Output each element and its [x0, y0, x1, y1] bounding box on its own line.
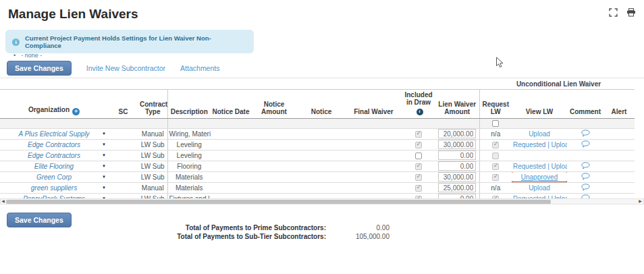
lien-waiver-amount-input[interactable]: [438, 150, 476, 160]
sc-cell: [108, 182, 138, 193]
notice-cell: [297, 128, 346, 139]
included-in-draw-checkbox[interactable]: [415, 153, 422, 159]
alert-cell: [603, 171, 635, 182]
sc-cell: [108, 150, 138, 161]
requested-link[interactable]: Requested: [513, 141, 545, 148]
request-lw-checkbox: [492, 163, 499, 170]
included-in-draw-cell: [402, 161, 435, 171]
notice-amount-cell: [251, 182, 297, 193]
group-header-unconditional-lien-waiver: Unconditional Lien Waiver: [479, 80, 638, 88]
comment-cell: [567, 182, 603, 193]
organization-link[interactable]: green suppliers: [31, 184, 77, 192]
column-header-notice-date: Notice Date: [211, 90, 251, 119]
sc-cell: [108, 161, 138, 171]
comment-cell: [567, 128, 603, 139]
lien-waiver-amount-input[interactable]: [438, 183, 476, 192]
fullscreen-icon[interactable]: [609, 8, 618, 17]
organization-dropdown-arrow[interactable]: ▼: [102, 153, 106, 157]
contract-type-cell: Manual: [138, 128, 167, 139]
upload-link[interactable]: Upload: [529, 184, 550, 192]
table-row: A Plus Electrical Supply▼ManualWiring, M…: [0, 128, 635, 139]
view-lw-cell: Upload: [512, 182, 567, 193]
lien-waivers-table: Organization+ SC Contract Type Descripti…: [0, 89, 635, 204]
final-waiver-cell: [346, 161, 402, 171]
final-waiver-cell: [346, 128, 402, 139]
notice-amount-cell: [251, 139, 297, 150]
lien-waiver-amount-cell: [435, 128, 479, 139]
request-lw-select-all-checkbox[interactable]: [492, 120, 499, 127]
alert-cell: [603, 161, 635, 171]
horizontal-scrollbar[interactable]: ◀ ▶: [0, 198, 644, 204]
save-changes-button-top[interactable]: Save Changes: [7, 61, 72, 76]
final-waiver-cell: [346, 139, 402, 150]
info-banner: i Current Project Payment Holds Settings…: [5, 30, 254, 53]
organization-dropdown-arrow[interactable]: ▼: [102, 186, 106, 190]
scroll-left-arrow[interactable]: ◀: [1, 199, 5, 204]
organization-link[interactable]: Edge Contractors: [28, 152, 80, 159]
column-header-description: Description: [167, 90, 211, 119]
scroll-right-arrow[interactable]: ▶: [638, 199, 643, 204]
organization-dropdown-arrow[interactable]: ▼: [102, 142, 106, 146]
attachments-link[interactable]: Attachments: [180, 64, 219, 72]
notice-date-cell: [211, 182, 251, 193]
upload-link[interactable]: Upload: [552, 163, 567, 170]
table-row: green suppliers▼ManualMaterialsn/aUpload: [0, 182, 635, 193]
organization-link[interactable]: Elite Flooring: [34, 163, 74, 170]
lien-waiver-amount-cell: [435, 139, 479, 150]
info-icon: i: [12, 38, 20, 46]
request-lw-checkbox: [492, 174, 499, 181]
upload-link[interactable]: Upload: [552, 141, 567, 148]
comment-cell: [567, 161, 603, 171]
column-header-contract-type: Contract Type: [138, 90, 167, 119]
organization-link[interactable]: A Plus Electrical Supply: [18, 130, 89, 138]
comment-icon[interactable]: [581, 174, 590, 182]
view-lw-cell: Upload: [512, 128, 567, 139]
notice-date-cell: [211, 139, 251, 150]
notice-date-cell: [211, 161, 251, 171]
mouse-cursor-icon: [495, 57, 504, 72]
column-header-final-waiver: Final Waiver: [346, 90, 402, 119]
invite-new-subcontractor-link[interactable]: Invite New Subcontractor: [86, 64, 165, 72]
add-organization-icon[interactable]: +: [72, 108, 80, 115]
organization-cell: Elite Flooring▼: [0, 161, 108, 171]
comment-icon[interactable]: [581, 185, 590, 192]
description-cell: Flooring: [167, 161, 211, 171]
lien-waiver-amount-input[interactable]: [438, 172, 476, 182]
comment-icon[interactable]: [581, 131, 590, 138]
column-header-comment: Comment: [567, 90, 603, 119]
total-prime-value: 0.00: [326, 223, 390, 232]
comment-icon[interactable]: [581, 142, 590, 149]
organization-dropdown-arrow[interactable]: ▼: [102, 175, 106, 179]
lien-waiver-amount-input[interactable]: [438, 140, 476, 149]
column-header-request-lw: Request LW: [479, 90, 512, 119]
included-in-draw-checkbox: [415, 163, 422, 170]
included-in-draw-checkbox: [415, 174, 422, 181]
lien-waiver-amount-input[interactable]: [438, 161, 476, 171]
organization-link[interactable]: Edge Contractors: [28, 141, 80, 148]
lien-waiver-amount-input[interactable]: [438, 129, 476, 138]
notice-date-cell: [211, 128, 251, 139]
unapproved-link[interactable]: Unapproved: [521, 173, 558, 181]
lien-waiver-amount-cell: [435, 150, 479, 161]
column-header-row: Organization+ SC Contract Type Descripti…: [0, 90, 635, 119]
comment-icon[interactable]: [581, 163, 590, 171]
included-in-draw-checkbox: [415, 131, 422, 138]
organization-dropdown-arrow[interactable]: ▼: [102, 164, 106, 168]
column-header-included-in-draw: Included in Drawi: [402, 90, 435, 119]
contract-type-cell: LW Sub: [138, 161, 167, 171]
print-icon[interactable]: [626, 8, 636, 17]
organization-dropdown-arrow[interactable]: ▼: [102, 132, 106, 136]
description-cell: Wiring, Materi...: [167, 128, 211, 139]
notice-cell: [297, 161, 346, 171]
included-in-draw-info-icon[interactable]: i: [417, 109, 423, 115]
upload-link[interactable]: Upload: [529, 130, 550, 138]
contract-type-cell: LW Sub: [138, 150, 167, 161]
notice-cell: [297, 150, 346, 161]
table-row: Edge Contractors▼LW SubLevelingRequested…: [0, 139, 635, 150]
sc-cell: [108, 171, 138, 182]
included-in-draw-cell: [402, 182, 435, 193]
requested-link[interactable]: Requested: [513, 163, 545, 170]
lien-waiver-amount-cell: [435, 171, 479, 182]
scrollbar-thumb[interactable]: [6, 200, 551, 204]
organization-link[interactable]: Green Corp: [36, 173, 72, 181]
